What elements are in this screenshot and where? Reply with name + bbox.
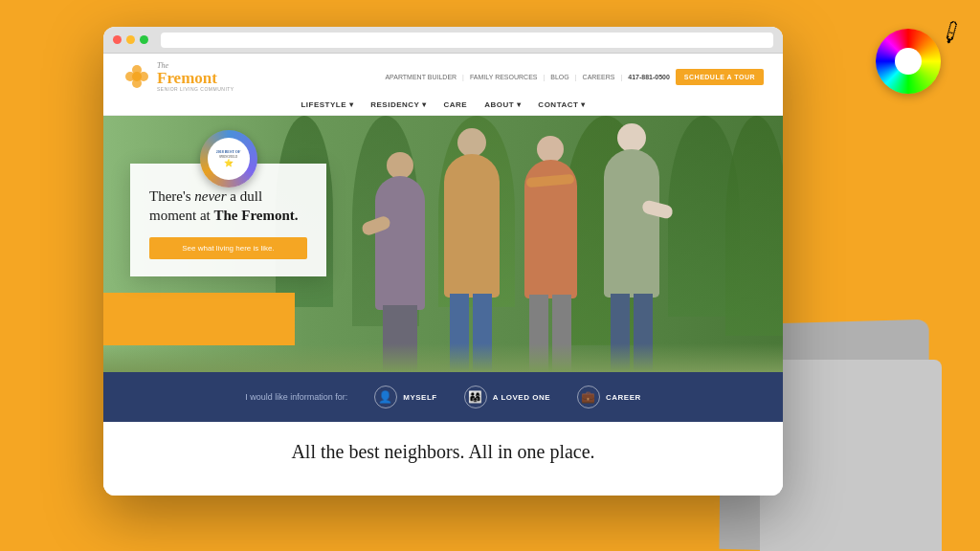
nav-upper: The Fremont SENIOR LIVING COMMUNITY APAR… xyxy=(122,54,764,96)
browser-url-bar xyxy=(161,33,773,48)
hero-section: 2018 BEST OF SPRINGFIELD ⭐ There's never… xyxy=(103,116,783,372)
divider-3: | xyxy=(575,74,577,80)
gray-shape-front xyxy=(760,360,942,551)
browser-window: The Fremont SENIOR LIVING COMMUNITY APAR… xyxy=(103,27,783,496)
career-icon: 💼 xyxy=(577,386,600,408)
nav-care[interactable]: CARE xyxy=(444,100,468,109)
logo-flower-icon xyxy=(122,62,151,91)
browser-chrome xyxy=(103,27,783,54)
yellow-accent-bar xyxy=(103,293,295,345)
logo-text-block: The Fremont SENIOR LIVING COMMUNITY xyxy=(157,61,234,92)
logo: The Fremont SENIOR LIVING COMMUNITY xyxy=(122,61,234,92)
browser-dot-red xyxy=(113,35,122,44)
nav-contact[interactable]: CONTACT ▾ xyxy=(538,100,585,109)
divider-4: | xyxy=(620,74,622,80)
top-links: APARTMENT BUILDER | FAMILY RESOURCES | B… xyxy=(385,69,764,85)
info-bar: I would like information for: 👤 MYSELF 👨… xyxy=(103,372,783,422)
flower-svg xyxy=(122,62,151,91)
hero-ground xyxy=(103,343,783,372)
apartment-builder-link[interactable]: APARTMENT BUILDER xyxy=(385,74,457,80)
info-option-loved-one[interactable]: 👨‍👩‍👧 A LOVED ONE xyxy=(464,386,550,408)
nav-lifestyle[interactable]: LIFESTYLE ▾ xyxy=(301,100,353,109)
loved-one-icon: 👨‍👩‍👧 xyxy=(464,386,487,408)
color-wheel-center xyxy=(895,48,922,75)
person-3 xyxy=(510,128,591,372)
person-2 xyxy=(429,123,515,372)
schedule-tour-button[interactable]: SCHEDULE A TOUR xyxy=(676,69,764,85)
loved-one-label: A LOVED ONE xyxy=(493,393,550,402)
info-bar-label: I would like information for: xyxy=(245,392,347,402)
phone-number: 417-881-0500 xyxy=(628,74,670,80)
info-option-myself[interactable]: 👤 MYSELF xyxy=(374,386,436,408)
hero-cta-button[interactable]: See what living here is like. xyxy=(149,237,307,259)
hero-content-box: 2018 BEST OF SPRINGFIELD ⭐ There's never… xyxy=(130,164,326,276)
award-circle: 2018 BEST OF SPRINGFIELD ⭐ xyxy=(200,130,257,187)
divider-1: | xyxy=(462,74,464,80)
hero-headline: There's never a dull moment at The Fremo… xyxy=(149,187,307,226)
blog-link[interactable]: BLOG xyxy=(550,74,568,80)
headline-bold: The Fremont. xyxy=(214,208,299,223)
person-4 xyxy=(591,119,673,372)
browser-dot-green xyxy=(140,35,148,44)
website-content: The Fremont SENIOR LIVING COMMUNITY APAR… xyxy=(103,54,783,496)
tree-6 xyxy=(725,116,783,336)
careers-link[interactable]: CAREERS xyxy=(583,74,615,80)
family-resources-link[interactable]: FAMILY RESOURCES xyxy=(470,74,538,80)
headline-text-1: There's xyxy=(149,188,194,204)
person-1 xyxy=(362,143,438,372)
myself-icon: 👤 xyxy=(374,386,397,408)
site-nav: The Fremont SENIOR LIVING COMMUNITY APAR… xyxy=(103,54,783,116)
tagline-text: All the best neighbors. All in one place… xyxy=(122,441,764,463)
nav-residency[interactable]: RESIDENCY ▾ xyxy=(370,100,426,109)
svg-point-4 xyxy=(132,72,142,81)
myself-label: MYSELF xyxy=(403,393,436,402)
color-wheel xyxy=(876,29,941,94)
nav-about[interactable]: ABOUT ▾ xyxy=(484,100,521,109)
career-label: CAREER xyxy=(606,393,641,402)
award-badge: 2018 BEST OF SPRINGFIELD ⭐ xyxy=(200,130,257,187)
logo-fremont: Fremont xyxy=(157,70,234,86)
tagline-section: All the best neighbors. All in one place… xyxy=(103,422,783,482)
color-picker-tool[interactable]: 🖊 xyxy=(872,17,963,108)
info-option-career[interactable]: 💼 CAREER xyxy=(577,386,641,408)
logo-subtitle: SENIOR LIVING COMMUNITY xyxy=(157,86,234,92)
main-nav: LIFESTYLE ▾ RESIDENCY ▾ CARE ABOUT ▾ CON… xyxy=(122,96,764,115)
browser-dot-yellow xyxy=(126,35,135,44)
headline-italic: never xyxy=(194,188,226,204)
divider-2: | xyxy=(543,74,545,80)
